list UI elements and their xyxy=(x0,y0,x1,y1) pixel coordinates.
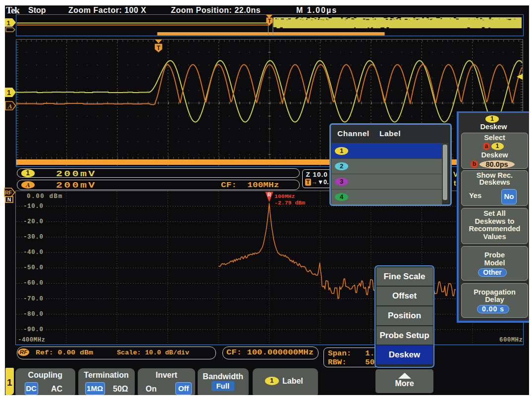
svg-text:RF: RF xyxy=(5,190,12,196)
svg-text:N: N xyxy=(7,197,11,202)
svg-text:T: T xyxy=(157,45,160,51)
svg-text:R: R xyxy=(267,192,271,198)
svg-text:1: 1 xyxy=(6,19,10,27)
svg-text:1: 1 xyxy=(7,88,11,97)
svg-text:A: A xyxy=(7,102,12,110)
svg-text:T: T xyxy=(268,18,271,24)
